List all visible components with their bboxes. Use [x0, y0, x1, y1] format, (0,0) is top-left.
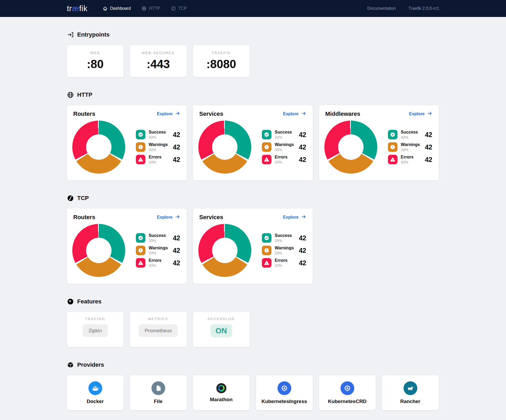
entrypoint-card-traefik: TRAEFIK :8080: [193, 45, 250, 77]
file-icon: [151, 381, 165, 395]
legend-percent: 33%: [275, 160, 288, 164]
warning-icon: [388, 142, 397, 152]
tcp-cards-row: Routers Explore Success33% 42 Warnings33…: [67, 209, 439, 284]
section-title: Providers: [77, 361, 104, 368]
legend-row-warnings: Warnings33% 42: [136, 142, 180, 152]
donut-chart: [324, 121, 377, 174]
legend-percent: 33%: [401, 160, 414, 164]
warning-icon: [262, 142, 271, 152]
explore-link[interactable]: Explore: [157, 111, 180, 117]
legend-percent: 33%: [149, 238, 166, 243]
legend-value: 42: [173, 131, 180, 139]
legend-percent: 33%: [149, 135, 166, 139]
success-icon: [388, 130, 397, 139]
warning-icon: [136, 142, 145, 152]
logo-part: æ: [72, 4, 79, 13]
legend-label: Warnings: [275, 246, 294, 250]
features-row: TRACING Zipkin METRICS Prometheus ACCESS…: [67, 312, 439, 347]
feature-label: METRICS: [130, 317, 187, 321]
chart-legend: Success33% 42 Warnings33% 42 Errors33% 4…: [136, 233, 180, 268]
nav-item-http[interactable]: HTTP: [141, 6, 160, 11]
arrow-right-icon: [301, 214, 306, 220]
legend-percent: 33%: [149, 263, 162, 268]
traefik-logo[interactable]: træfik: [67, 4, 88, 13]
provider-card-kubernetes-ingress: KubernetesIngress: [256, 375, 313, 410]
legend-percent: 33%: [401, 135, 418, 139]
legend-row-errors: Errors33% 42: [262, 258, 306, 268]
http-middlewares-card: Middlewares Explore Success33% 42 Warnin…: [319, 105, 439, 180]
explore-link[interactable]: Explore: [157, 214, 180, 220]
donut-chart: [198, 121, 251, 174]
error-icon: [388, 155, 397, 164]
legend-percent: 33%: [275, 251, 294, 255]
tcp-icon: [171, 6, 176, 11]
section-title: Features: [77, 298, 102, 305]
feature-card-tracing: TRACING Zipkin: [67, 312, 124, 347]
provider-card-rancher: Rancher: [382, 375, 439, 410]
legend-value: 42: [299, 156, 306, 163]
http-cards-row: Routers Explore Success33% 42 Warnings33…: [67, 105, 439, 180]
section-title: TCP: [77, 195, 89, 202]
legend-percent: 33%: [275, 135, 292, 139]
donut-chart: [198, 224, 251, 277]
legend-value: 42: [299, 247, 306, 254]
documentation-link[interactable]: Documentation: [367, 6, 396, 11]
card-title: Middlewares: [325, 110, 360, 117]
legend-value: 42: [299, 234, 306, 242]
legend-row-errors: Errors33% 42: [136, 258, 180, 268]
legend-percent: 33%: [401, 148, 420, 152]
legend-row-success: Success33% 42: [262, 130, 306, 139]
arrow-right-icon: [301, 111, 306, 117]
success-icon: [136, 233, 145, 243]
legend-label: Success: [149, 233, 166, 238]
section-title: Entrypoints: [77, 31, 110, 38]
legend-percent: 33%: [275, 238, 292, 243]
provider-name: File: [154, 399, 163, 404]
legend-row-errors: Errors33% 42: [388, 155, 432, 164]
explore-link[interactable]: Explore: [409, 111, 432, 117]
legend-row-warnings: Warnings33% 42: [136, 246, 180, 255]
legend-label: Errors: [401, 155, 414, 160]
feature-card-accesslog: ACCESSLOG ON: [193, 312, 250, 347]
nav-right: Documentation Traefik 2.0.0-rc1: [367, 6, 439, 11]
arrow-right-icon: [427, 111, 432, 117]
explore-label: Explore: [157, 215, 173, 220]
tcp-heading: TCP: [67, 195, 439, 202]
legend-value: 42: [173, 234, 180, 242]
rancher-icon: [404, 381, 417, 395]
legend-row-success: Success33% 42: [388, 130, 432, 139]
legend-value: 42: [425, 143, 432, 151]
globe-icon: [141, 6, 147, 11]
legend-label: Warnings: [149, 246, 168, 250]
legend-value: 42: [173, 247, 180, 254]
legend-label: Errors: [275, 258, 288, 263]
card-title: Routers: [73, 214, 95, 221]
nav-item-dashboard[interactable]: Dashboard: [102, 6, 131, 11]
providers-icon: [67, 361, 74, 368]
warning-icon: [262, 246, 271, 255]
tcp-services-card: Services Explore Success33% 42 Warnings3…: [193, 209, 313, 284]
explore-link[interactable]: Explore: [283, 214, 306, 220]
legend-row-success: Success33% 42: [136, 130, 180, 139]
legend-label: Errors: [149, 258, 162, 263]
arrow-right-icon: [175, 214, 180, 220]
entrypoints-row: WEB :80 WEB-SECURED :443 TRAEFIK :8080: [67, 45, 439, 77]
legend-percent: 33%: [275, 263, 288, 268]
legend-value: 42: [173, 143, 180, 151]
providers-row: Docker File Marathon KubernetesIngress K…: [67, 375, 439, 410]
explore-label: Explore: [409, 112, 425, 116]
features-heading: Features: [67, 298, 439, 305]
legend-percent: 33%: [149, 148, 168, 152]
http-heading: HTTP: [67, 91, 439, 98]
legend-label: Success: [275, 233, 292, 238]
legend-percent: 33%: [149, 160, 162, 164]
legend-row-success: Success33% 42: [136, 233, 180, 243]
nav-item-tcp[interactable]: TCP: [171, 6, 187, 11]
card-title: Routers: [73, 110, 95, 117]
marathon-icon: [216, 383, 226, 393]
chart-legend: Success33% 42 Warnings33% 42 Errors33% 4…: [262, 130, 306, 164]
error-icon: [262, 155, 271, 164]
explore-link[interactable]: Explore: [283, 111, 306, 117]
error-icon: [136, 155, 145, 164]
main-nav: Dashboard HTTP TCP: [102, 6, 187, 11]
